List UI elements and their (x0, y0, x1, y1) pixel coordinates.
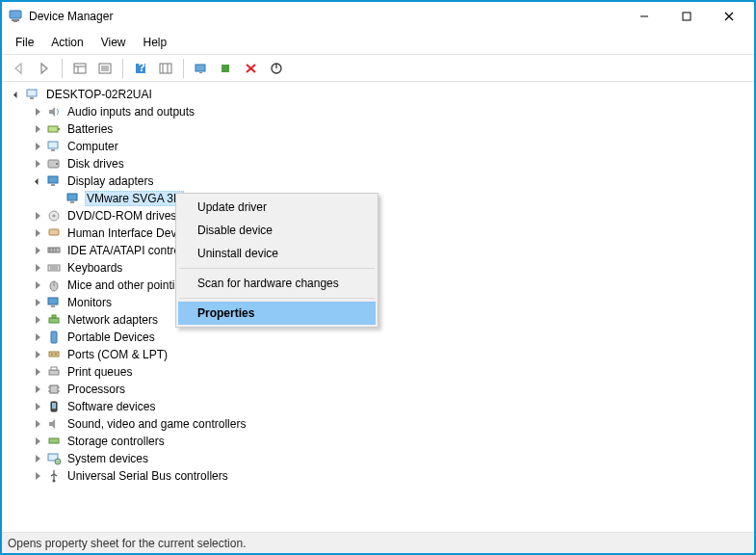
tree-category-label: Processors (65, 382, 127, 397)
tree-root[interactable]: DESKTOP-02R2UAI (10, 86, 746, 103)
chevron-down-icon[interactable] (31, 174, 44, 188)
tree-category[interactable]: Computer (10, 138, 746, 155)
tree-category[interactable]: Processors (10, 381, 746, 398)
context-menu-uninstall-device[interactable]: Uninstall device (178, 242, 376, 265)
monitor-icon (46, 295, 62, 310)
chevron-down-icon[interactable] (10, 88, 23, 101)
chevron-right-icon[interactable] (31, 278, 44, 292)
update-driver-button[interactable] (215, 58, 238, 79)
tree-category[interactable]: Ports (COM & LPT) (10, 346, 746, 363)
forward-button[interactable] (33, 58, 56, 79)
tree-category-label: Disk drives (65, 156, 126, 172)
svg-rect-34 (51, 184, 55, 186)
tree-category[interactable]: Software devices (10, 398, 746, 415)
computer-icon (46, 139, 62, 154)
mouse-icon (46, 278, 62, 293)
display-adapter-icon (46, 173, 62, 189)
svg-rect-27 (48, 126, 58, 132)
legacy-hw-button[interactable] (154, 58, 177, 79)
tree-category-label: System devices (65, 451, 150, 466)
svg-rect-30 (51, 149, 55, 151)
optical-drive-icon (46, 208, 62, 224)
chevron-right-icon[interactable] (31, 122, 44, 136)
chevron-right-icon[interactable] (31, 383, 44, 396)
svg-rect-59 (50, 385, 58, 393)
tree-root-label: DESKTOP-02R2UAI (44, 87, 154, 102)
svg-rect-0 (10, 11, 21, 18)
chevron-right-icon[interactable] (31, 244, 44, 257)
svg-rect-58 (51, 367, 57, 370)
chevron-right-icon[interactable] (31, 209, 44, 223)
properties-button[interactable] (93, 58, 117, 79)
tree-category[interactable]: Audio inputs and outputs (10, 103, 746, 120)
toolbar: ? (2, 55, 754, 82)
chevron-right-icon[interactable] (31, 469, 44, 483)
tree-category-label: Universal Serial Bus controllers (65, 468, 230, 484)
chevron-right-icon[interactable] (31, 417, 44, 431)
help-button[interactable]: ? (129, 58, 152, 79)
disk-icon (46, 156, 62, 172)
svg-rect-52 (52, 315, 56, 318)
svg-rect-49 (48, 298, 58, 304)
svg-rect-39 (49, 229, 59, 235)
tree-category[interactable]: Sound, video and game controllers (10, 415, 746, 433)
show-hide-console-button[interactable] (68, 58, 91, 79)
svg-rect-50 (51, 305, 55, 307)
context-menu-scan[interactable]: Scan for hardware changes (178, 272, 376, 295)
context-menu-properties[interactable]: Properties (178, 302, 376, 325)
chevron-right-icon[interactable] (31, 365, 44, 379)
svg-rect-29 (48, 142, 58, 148)
context-menu-disable-device[interactable]: Disable device (178, 219, 376, 242)
chevron-right-icon[interactable] (31, 313, 44, 327)
tree-category[interactable]: Disk drives (10, 155, 746, 172)
tree-category[interactable]: Universal Serial Bus controllers (10, 467, 746, 485)
tree-category[interactable]: Portable Devices (10, 329, 746, 346)
tree-category-label: Network adapters (65, 312, 160, 328)
tree-category-display-adapters[interactable]: Display adapters (10, 172, 746, 190)
tree-category[interactable]: Print queues (10, 363, 746, 381)
portable-device-icon (46, 330, 62, 345)
svg-point-32 (56, 163, 58, 165)
chevron-right-icon[interactable] (31, 105, 44, 119)
menu-help[interactable]: Help (136, 33, 175, 52)
chevron-right-icon[interactable] (31, 348, 44, 361)
tree-category[interactable]: System devices (10, 450, 746, 467)
tree-category-label: Audio inputs and outputs (65, 104, 196, 119)
svg-rect-7 (74, 64, 86, 73)
svg-text:?: ? (139, 62, 145, 74)
chevron-right-icon[interactable] (31, 435, 44, 448)
chevron-right-icon[interactable] (31, 296, 44, 309)
close-button[interactable] (708, 2, 750, 31)
chevron-right-icon[interactable] (31, 400, 44, 413)
svg-rect-16 (160, 64, 171, 73)
chevron-right-icon[interactable] (31, 261, 44, 275)
chevron-right-icon[interactable] (31, 226, 44, 240)
tree-category-label: Computer (65, 139, 120, 154)
tree-category-label: DVD/CD-ROM drives (65, 208, 178, 224)
minimize-button[interactable] (623, 2, 665, 31)
scan-hw-button[interactable] (190, 58, 213, 79)
chevron-right-icon[interactable] (31, 452, 44, 465)
chevron-right-icon[interactable] (31, 157, 44, 171)
menu-file[interactable]: File (8, 33, 41, 52)
audio-icon (46, 104, 62, 119)
display-adapter-icon (65, 191, 81, 206)
uninstall-button[interactable] (240, 58, 263, 79)
svg-rect-1 (12, 19, 19, 21)
chevron-right-icon[interactable] (31, 140, 44, 153)
back-button[interactable] (8, 58, 31, 79)
device-tree[interactable]: DESKTOP-02R2UAI Audio inputs and outputs… (2, 82, 754, 532)
maximize-button[interactable] (665, 2, 708, 31)
battery-icon (46, 121, 62, 137)
keyboard-icon (46, 260, 62, 276)
menu-bar: File Action View Help (2, 31, 754, 55)
ide-icon (46, 243, 62, 258)
disable-button[interactable] (265, 58, 288, 79)
chevron-right-icon[interactable] (31, 330, 44, 344)
devmgr-icon (8, 9, 23, 24)
context-menu-update-driver[interactable]: Update driver (178, 196, 376, 219)
menu-view[interactable]: View (93, 33, 134, 52)
tree-category[interactable]: Batteries (10, 120, 746, 138)
tree-category[interactable]: Storage controllers (10, 433, 746, 450)
menu-action[interactable]: Action (43, 33, 91, 52)
